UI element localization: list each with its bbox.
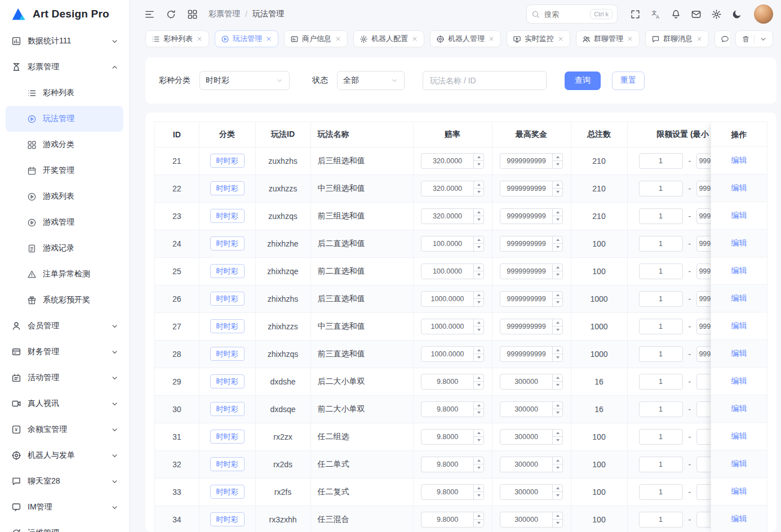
- keyword-input[interactable]: [423, 71, 547, 90]
- odds-input[interactable]: 100.0000: [421, 263, 484, 279]
- max-prize-input[interactable]: 300000: [500, 429, 563, 445]
- increment-button[interactable]: [474, 512, 483, 520]
- edit-link[interactable]: 编辑: [731, 293, 747, 303]
- max-prize-input[interactable]: 300000: [500, 512, 563, 527]
- increment-button[interactable]: [553, 236, 562, 244]
- close-icon[interactable]: [627, 35, 633, 42]
- edit-link[interactable]: 编辑: [731, 404, 747, 414]
- decrement-button[interactable]: [474, 436, 483, 444]
- search-button[interactable]: 查询: [565, 71, 601, 90]
- decrement-button[interactable]: [474, 271, 483, 279]
- sidebar-subitem[interactable]: 游戏列表: [6, 184, 123, 209]
- increment-button[interactable]: [474, 374, 483, 382]
- decrement-button[interactable]: [553, 160, 562, 168]
- max-prize-input[interactable]: 300000: [500, 401, 563, 417]
- tab[interactable]: 用户消息: [715, 30, 730, 47]
- gear-icon[interactable]: [707, 5, 726, 24]
- tab[interactable]: 实时监控: [507, 30, 570, 47]
- increment-button[interactable]: [553, 209, 562, 216]
- limit-min-input[interactable]: 1: [639, 401, 683, 417]
- odds-input[interactable]: 9.8000: [421, 484, 484, 500]
- refresh-icon[interactable]: [161, 5, 180, 24]
- sidebar-item[interactable]: 活动管理: [6, 365, 123, 391]
- tab[interactable]: 群聊消息: [645, 30, 709, 47]
- limit-min-input[interactable]: 1: [639, 374, 683, 390]
- moon-icon[interactable]: [727, 5, 746, 24]
- limit-min-input[interactable]: 1: [639, 429, 683, 445]
- odds-input[interactable]: 9.8000: [421, 457, 484, 472]
- reset-button[interactable]: 重置: [612, 71, 645, 90]
- edit-link[interactable]: 编辑: [731, 486, 747, 497]
- max-prize-input[interactable]: 9999999999: [500, 291, 563, 307]
- sidebar-subitem[interactable]: 玩法管理: [6, 106, 123, 132]
- increment-button[interactable]: [474, 209, 483, 216]
- decrement-button[interactable]: [553, 409, 562, 417]
- edit-link[interactable]: 编辑: [731, 459, 747, 469]
- decrement-button[interactable]: [474, 326, 483, 334]
- increment-button[interactable]: [474, 319, 483, 327]
- decrement-button[interactable]: [474, 381, 483, 389]
- sidebar-subitem[interactable]: 彩种列表: [6, 80, 123, 106]
- avatar[interactable]: [754, 5, 773, 24]
- sidebar-item[interactable]: 真人视讯: [6, 391, 123, 417]
- max-prize-input[interactable]: 9999999999: [500, 319, 563, 334]
- edit-link[interactable]: 编辑: [731, 514, 747, 524]
- odds-input[interactable]: 100.0000: [421, 236, 484, 252]
- odds-input[interactable]: 1000.0000: [421, 319, 484, 334]
- global-search[interactable]: Ctrl k: [526, 5, 618, 24]
- max-prize-input[interactable]: 300000: [500, 374, 563, 390]
- breadcrumb-item[interactable]: 彩票管理: [208, 9, 240, 19]
- edit-link[interactable]: 编辑: [731, 155, 747, 166]
- sidebar-subitem[interactable]: 开奖管理: [6, 158, 123, 184]
- edit-link[interactable]: 编辑: [731, 431, 747, 441]
- edit-link[interactable]: 编辑: [731, 211, 747, 221]
- increment-button[interactable]: [474, 236, 483, 244]
- increment-button[interactable]: [553, 430, 562, 437]
- status-select[interactable]: 全部: [337, 71, 405, 90]
- odds-input[interactable]: 320.0000: [421, 181, 484, 196]
- max-prize-input[interactable]: 300000: [500, 457, 563, 472]
- translate-icon[interactable]: 文A: [646, 5, 665, 24]
- decrement-button[interactable]: [553, 381, 562, 389]
- apps-icon[interactable]: [183, 5, 202, 24]
- sidebar-item[interactable]: 聊天室28: [6, 468, 123, 494]
- increment-button[interactable]: [474, 181, 483, 189]
- decrement-button[interactable]: [553, 464, 562, 472]
- increment-button[interactable]: [474, 264, 483, 271]
- increment-button[interactable]: [553, 512, 562, 520]
- limit-min-input[interactable]: 1: [639, 291, 683, 307]
- increment-button[interactable]: [553, 457, 562, 464]
- decrement-button[interactable]: [474, 354, 483, 361]
- increment-button[interactable]: [553, 154, 562, 161]
- app-logo[interactable]: Art Design Pro: [0, 0, 129, 28]
- limit-min-input[interactable]: 1: [639, 346, 683, 362]
- decrement-button[interactable]: [474, 216, 483, 223]
- increment-button[interactable]: [553, 319, 562, 327]
- limit-min-input[interactable]: 1: [639, 236, 683, 252]
- decrement-button[interactable]: [474, 188, 483, 196]
- tab[interactable]: 商户信息: [284, 30, 348, 47]
- decrement-button[interactable]: [553, 271, 562, 279]
- sidebar-item[interactable]: 彩票管理: [6, 54, 123, 80]
- decrement-button[interactable]: [474, 298, 483, 306]
- increment-button[interactable]: [553, 292, 562, 299]
- sidebar-item[interactable]: 机器人与发单: [6, 442, 123, 468]
- decrement-button[interactable]: [553, 188, 562, 196]
- edit-link[interactable]: 编辑: [731, 238, 747, 248]
- search-input[interactable]: [543, 10, 587, 19]
- limit-min-input[interactable]: 1: [639, 457, 683, 472]
- increment-button[interactable]: [474, 292, 483, 299]
- limit-min-input[interactable]: 1: [639, 181, 683, 196]
- odds-input[interactable]: 9.8000: [421, 374, 484, 390]
- increment-button[interactable]: [553, 181, 562, 189]
- limit-min-input[interactable]: 1: [639, 263, 683, 279]
- increment-button[interactable]: [474, 457, 483, 464]
- decrement-button[interactable]: [553, 216, 562, 223]
- close-icon[interactable]: [557, 35, 564, 42]
- limit-min-input[interactable]: 1: [639, 153, 683, 169]
- max-prize-input[interactable]: 9999999999: [500, 346, 563, 362]
- increment-button[interactable]: [474, 485, 483, 492]
- decrement-button[interactable]: [553, 326, 562, 334]
- odds-input[interactable]: 9.8000: [421, 401, 484, 417]
- decrement-button[interactable]: [553, 519, 562, 527]
